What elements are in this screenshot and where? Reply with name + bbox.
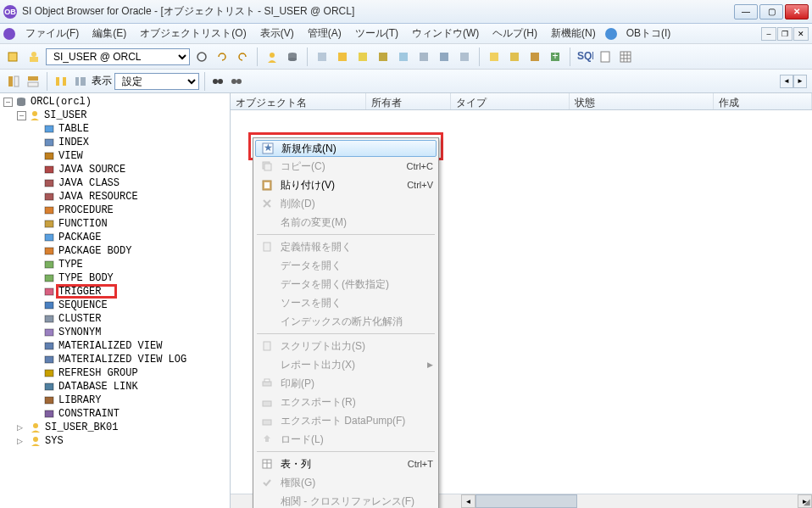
expand-arrow[interactable]: ▷ [17,437,29,445]
svg-rect-18 [531,53,539,61]
cm-new[interactable]: ★ 新規作成(N) [255,140,437,157]
tree-objtype-java-resource[interactable]: JAVA RESOURCE [0,190,230,204]
svg-rect-58 [45,315,53,322]
tree-objtype-library[interactable]: LIBRARY [0,394,230,407]
display-combo[interactable]: 設定 [114,73,199,90]
tool-icon-1[interactable] [314,48,331,65]
tool-icon-5[interactable] [395,48,412,65]
cm-paste[interactable]: 貼り付け(V) Ctrl+V [255,176,437,194]
tree-objtype-refresh-group[interactable]: REFRESH GROUP [0,366,230,380]
tree-objtype-function[interactable]: FUNCTION [0,217,230,231]
tree-schema-si-user[interactable]: –SI_USER [0,109,230,122]
tree-objtype-materialized-view-log[interactable]: MATERIALIZED VIEW LOG [0,353,230,366]
undo-icon[interactable] [214,48,231,65]
tree-objtype-database-link[interactable]: DATABASE LINK [0,380,230,394]
mdi-close-button[interactable]: ✕ [793,27,809,41]
tree-toggle2-icon[interactable] [25,73,42,90]
tool-icon-12[interactable]: + [547,48,564,65]
tree-objtype-java-source[interactable]: JAVA SOURCE [0,163,230,176]
user-combo[interactable]: SI_USER @ ORCL [46,48,190,65]
tree-objtype-sequence[interactable]: SEQUENCE [0,299,230,312]
tool-icon-8[interactable] [456,48,473,65]
menu-obtoko[interactable]: OBトコ(I) [620,24,678,43]
menu-tool[interactable]: ツール(T) [348,24,405,43]
tree-objtype-table[interactable]: TABLE [0,122,230,136]
tree-root[interactable]: –ORCL(orcl) [0,95,230,109]
scroll-left-icon[interactable]: ◄ [461,494,476,508]
menu-manage[interactable]: 管理(A) [301,24,348,43]
redo-icon[interactable] [234,48,251,65]
tool-icon-10[interactable] [506,48,523,65]
menu-help[interactable]: ヘルプ(H) [486,24,544,43]
mdi-minimize-button[interactable]: – [761,27,776,41]
node-icon [42,394,56,406]
tool-icon-4[interactable] [375,48,392,65]
cm-export: エクスポート(R) [255,393,437,411]
menu-edit[interactable]: 編集(E) [86,24,133,43]
tree-objtype-type-body[interactable]: TYPE BODY [0,271,230,285]
col-type[interactable]: タイプ [451,93,570,109]
tree-pane[interactable]: –ORCL(orcl)–SI_USERTABLEINDEXVIEWJAVA SO… [0,93,231,508]
maximize-button[interactable]: ▢ [759,4,783,20]
scroll-thumb[interactable] [476,494,577,508]
refresh-icon[interactable] [193,48,210,65]
tool-icon-7[interactable] [436,48,453,65]
tree-objtype-procedure[interactable]: PROCEDURE [0,204,230,217]
tool-icon-3[interactable] [354,48,371,65]
tree-schema-si-user-bk01[interactable]: ▷SI_USER_BK01 [0,421,230,434]
tree-objtype-package[interactable]: PACKAGE [0,231,230,244]
svg-rect-10 [359,53,367,61]
filter-icon[interactable] [53,73,70,90]
expand-arrow[interactable]: ▷ [17,423,29,432]
col-created[interactable]: 作成 [714,93,812,109]
mdi-restore-button[interactable]: ❐ [777,27,793,41]
expand-toggle[interactable]: – [17,111,26,120]
tool-icon-2[interactable] [334,48,351,65]
menu-view[interactable]: 表示(V) [253,24,301,43]
tree-objtype-view[interactable]: VIEW [0,149,230,163]
scroll-right-button[interactable]: ► [793,75,807,88]
connect-icon[interactable] [5,48,22,65]
new-user-icon[interactable] [25,48,42,65]
user-icon[interactable] [264,48,281,65]
menu-newfeature[interactable]: 新機能(N) [544,24,603,43]
cm-table-col[interactable]: 表・列 Ctrl+T [255,455,437,473]
tree-objtype-synonym[interactable]: SYNONYM [0,326,230,339]
filter2-icon[interactable] [72,73,89,90]
col-objname[interactable]: オブジェクト名 [231,93,366,109]
cm-rename: 名前の変更(M) [255,213,437,232]
tree-objtype-cluster[interactable]: CLUSTER [0,312,230,326]
tool-icon-11[interactable] [526,48,543,65]
menu-file[interactable]: ファイル(F) [19,24,86,43]
menu-window[interactable]: ウィンドウ(W) [405,24,486,43]
sql-icon[interactable]: SQL [576,48,593,65]
tree-schema-sys[interactable]: ▷SYS [0,434,230,448]
tree-objtype-index[interactable]: INDEX [0,136,230,149]
scroll-track[interactable] [476,494,798,508]
cm-report-out: レポート出力(X)▶ [255,355,437,374]
grid-icon[interactable] [617,48,634,65]
col-owner[interactable]: 所有者 [366,93,451,109]
tree-objtype-materialized-view[interactable]: MATERIALIZED VIEW [0,339,230,353]
tool-icon-9[interactable] [486,48,503,65]
binoculars2-icon[interactable] [228,73,245,90]
close-button[interactable]: ✕ [785,4,809,20]
resize-grip[interactable]: ◢ [804,497,810,506]
col-status[interactable]: 状態 [570,93,714,109]
tree-objtype-java-class[interactable]: JAVA CLASS [0,176,230,190]
minimize-button[interactable]: — [734,4,758,20]
svg-rect-15 [460,53,469,61]
tree-objtype-type[interactable]: TYPE [0,258,230,271]
script-icon[interactable] [597,48,614,65]
tool-icon-6[interactable] [415,48,432,65]
db-icon[interactable] [284,48,301,65]
scroll-left-button[interactable]: ◄ [780,75,793,88]
tree-objtype-constraint[interactable]: CONSTRAINT [0,407,230,421]
list-body[interactable]: ★ 新規作成(N) コピー(C) Ctrl+C 貼り付け(V) Ctrl+V 削… [231,110,812,494]
tree-objtype-package-body[interactable]: PACKAGE BODY [0,244,230,258]
expand-toggle[interactable]: – [3,98,13,107]
svg-rect-59 [45,329,53,336]
tree-toggle-icon[interactable] [5,73,22,90]
menu-objectlist[interactable]: オブジェクトリスト(O) [133,24,253,43]
binoculars-icon[interactable] [209,73,226,90]
